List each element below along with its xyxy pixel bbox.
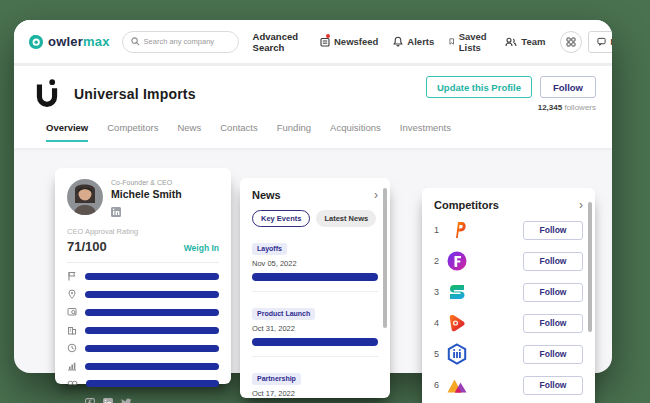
navbar-right: Help bbox=[560, 31, 612, 53]
profile-tabs: Overview Competitors News Contacts Fundi… bbox=[30, 112, 596, 142]
owler-logo-icon bbox=[28, 34, 44, 50]
help-button[interactable]: Help bbox=[588, 31, 612, 53]
redacted-bar bbox=[86, 380, 219, 387]
tab-acquisitions[interactable]: Acquisitions bbox=[330, 122, 381, 142]
ceo-approval-value: 71/100 bbox=[67, 239, 107, 254]
competitor-rank: 2 bbox=[434, 256, 444, 266]
detail-row-industry bbox=[67, 307, 219, 317]
page-background: owlermax Advanced Search Newsfeed bbox=[0, 0, 650, 403]
newsfeed-label: Newsfeed bbox=[334, 36, 378, 47]
filter-key-events[interactable]: Key Events bbox=[252, 210, 310, 227]
competitors-scrollbar[interactable] bbox=[588, 202, 592, 332]
competitor-row: 5 Follow bbox=[434, 342, 583, 366]
clock-icon bbox=[67, 343, 77, 353]
brand-text: owlermax bbox=[48, 34, 110, 49]
flag-icon bbox=[67, 271, 77, 281]
detail-row-location bbox=[67, 289, 219, 299]
news-scrollbar[interactable] bbox=[383, 188, 387, 328]
tab-overview[interactable]: Overview bbox=[46, 122, 88, 142]
competitor-rank: 5 bbox=[434, 349, 444, 359]
filter-latest-news[interactable]: Latest News bbox=[316, 210, 376, 227]
redacted-bar bbox=[85, 309, 219, 316]
apps-grid-icon bbox=[566, 37, 576, 47]
competitor-logo-hexagon-blue bbox=[446, 343, 468, 365]
competitor-rank: 1 bbox=[434, 225, 444, 235]
follow-competitor-button[interactable]: Follow bbox=[523, 376, 583, 395]
saved-lists-link[interactable]: Saved Lists bbox=[449, 31, 490, 53]
alerts-label: Alerts bbox=[407, 36, 434, 47]
competitor-logo-play-orange bbox=[446, 312, 468, 334]
linkedin-icon[interactable] bbox=[103, 398, 113, 403]
follow-competitor-button[interactable]: Follow bbox=[523, 345, 583, 364]
tab-news[interactable]: News bbox=[177, 122, 201, 142]
tab-investments[interactable]: Investments bbox=[400, 122, 451, 142]
ceo-approval-label: CEO Approval Rating bbox=[67, 227, 219, 236]
competitor-logo-f-purple bbox=[446, 250, 468, 272]
link-icon bbox=[67, 379, 78, 387]
news-tag: Product Launch bbox=[252, 308, 315, 320]
search-input[interactable] bbox=[144, 37, 230, 46]
linkedin-icon[interactable] bbox=[111, 203, 121, 221]
facebook-icon[interactable] bbox=[85, 398, 95, 403]
company-logo bbox=[30, 77, 64, 111]
detail-row-founded bbox=[67, 343, 219, 353]
news-chevron-icon[interactable]: › bbox=[374, 189, 378, 201]
news-title: News bbox=[252, 189, 281, 201]
news-item[interactable]: Layoffs Nov 05, 2022 bbox=[252, 237, 378, 281]
twitter-icon[interactable] bbox=[121, 398, 132, 403]
news-item[interactable]: Product Launch Oct 31, 2022 bbox=[252, 302, 378, 346]
tab-competitors[interactable]: Competitors bbox=[107, 122, 158, 142]
team-link[interactable]: Team bbox=[505, 36, 545, 47]
newsfeed-link[interactable]: Newsfeed bbox=[320, 36, 378, 47]
social-links bbox=[85, 398, 219, 403]
competitors-title: Competitors bbox=[434, 199, 499, 211]
news-date: Oct 17, 2022 bbox=[252, 389, 378, 398]
competitor-logo-mountain bbox=[446, 374, 468, 396]
industry-search-icon bbox=[67, 307, 77, 317]
weigh-in-link[interactable]: Weigh In bbox=[184, 243, 219, 253]
followers-count: 12,345 followers bbox=[426, 103, 596, 112]
follow-competitor-button[interactable]: Follow bbox=[523, 221, 583, 240]
team-label: Team bbox=[521, 36, 545, 47]
redacted-bar bbox=[252, 273, 378, 281]
divider bbox=[67, 262, 219, 263]
company-name: Universal Imports bbox=[74, 86, 196, 102]
ceo-card: Co-Founder & CEO Michele Smith CEO Appro… bbox=[55, 168, 231, 384]
tab-contacts[interactable]: Contacts bbox=[220, 122, 258, 142]
redacted-bar bbox=[85, 327, 219, 334]
owlermax-logo[interactable]: owlermax bbox=[28, 34, 110, 50]
apps-grid-button[interactable] bbox=[560, 31, 582, 53]
search-icon bbox=[131, 37, 140, 46]
detail-row-company bbox=[67, 325, 219, 335]
detail-row-website bbox=[67, 379, 219, 387]
redacted-bar bbox=[85, 363, 219, 370]
redacted-bar bbox=[85, 291, 219, 298]
redacted-bar bbox=[85, 273, 219, 280]
news-filters: Key Events Latest News bbox=[252, 210, 378, 227]
team-icon bbox=[505, 37, 517, 47]
company-header: Universal Imports Update this Profile Fo… bbox=[14, 66, 612, 148]
top-navbar: owlermax Advanced Search Newsfeed bbox=[14, 20, 612, 63]
news-tag: Partnership bbox=[252, 373, 301, 385]
detail-row-revenue bbox=[67, 361, 219, 371]
help-label: Help bbox=[610, 37, 612, 47]
news-item[interactable]: Partnership Oct 17, 2022 bbox=[252, 367, 378, 398]
competitor-rank: 3 bbox=[434, 287, 444, 297]
company-building-icon bbox=[67, 325, 77, 335]
divider bbox=[252, 291, 378, 292]
tab-funding[interactable]: Funding bbox=[277, 122, 311, 142]
alerts-link[interactable]: Alerts bbox=[393, 36, 434, 47]
follow-competitor-button[interactable]: Follow bbox=[523, 283, 583, 302]
divider bbox=[252, 356, 378, 357]
redacted-bar bbox=[85, 345, 219, 352]
competitor-row: 2 Follow bbox=[434, 249, 583, 273]
competitors-chevron-icon[interactable]: › bbox=[579, 199, 583, 211]
bar-chart-icon bbox=[67, 361, 77, 371]
company-search[interactable] bbox=[122, 31, 239, 53]
update-profile-button[interactable]: Update this Profile bbox=[426, 76, 532, 98]
follow-company-button[interactable]: Follow bbox=[540, 76, 596, 98]
advanced-search-link[interactable]: Advanced Search bbox=[253, 31, 298, 53]
follow-competitor-button[interactable]: Follow bbox=[523, 252, 583, 271]
follow-competitor-button[interactable]: Follow bbox=[523, 314, 583, 333]
competitor-rank: 6 bbox=[434, 380, 444, 390]
